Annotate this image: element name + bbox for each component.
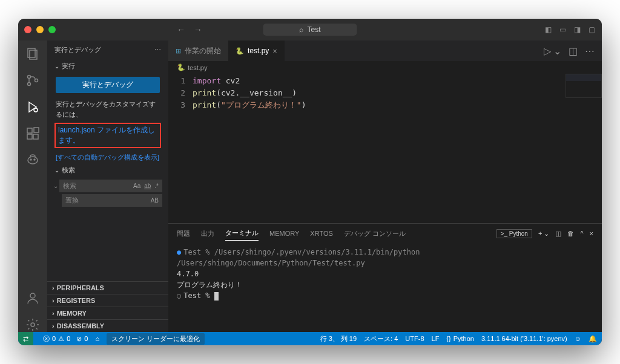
sidebar-title: 実行とデバッグ xyxy=(54,45,101,54)
feedback-icon[interactable]: ☺ xyxy=(575,334,581,343)
svg-point-12 xyxy=(34,159,35,160)
svg-point-10 xyxy=(28,157,38,164)
layout-secondary-icon[interactable]: ◨ xyxy=(573,25,581,34)
language-mode[interactable]: {} Python xyxy=(446,334,474,343)
run-file-icon[interactable]: ▷ ⌄ xyxy=(544,45,561,57)
tab-label: 作業の開始 xyxy=(185,46,221,56)
maximize-panel-icon[interactable]: ^ xyxy=(580,230,583,237)
memory-panel[interactable]: MEMORY xyxy=(47,307,168,319)
command-center[interactable]: ⌕ Test xyxy=(263,24,357,36)
svg-rect-7 xyxy=(27,134,32,139)
more-actions-icon[interactable]: ⋯ xyxy=(585,45,595,57)
customize-hint: 実行とデバッグをカスタマイズするには、 xyxy=(56,99,160,119)
panel-tabs: 問題 出力 ターミナル MEMORY XRTOS デバッグ コンソール >_ P… xyxy=(168,224,602,243)
editor-area: ⊞ 作業の開始 🐍 test.py × ▷ ⌄ ◫ ⋯ 🐍 test.py xyxy=(168,41,602,332)
sidebar: 実行とデバッグ ⋯ 実行 実行とデバッグ 実行とデバッグをカスタマイズするには、… xyxy=(47,41,168,332)
copilot-icon[interactable] xyxy=(25,153,40,167)
preserve-case-icon[interactable]: AB xyxy=(151,197,159,204)
nav-forward-icon[interactable]: → xyxy=(194,25,202,34)
layout-primary-icon[interactable]: ◧ xyxy=(544,25,552,34)
eol-status[interactable]: LF xyxy=(432,334,440,343)
sidebar-more-icon[interactable]: ⋯ xyxy=(154,46,161,54)
layout-panel-icon[interactable]: ▭ xyxy=(558,25,567,34)
terminal-content[interactable]: ●Test % /Users/shingo/.pyenv/versions/3.… xyxy=(168,243,602,332)
errors-warnings[interactable]: ⓧ0 ⚠0 ⊘0 xyxy=(43,334,88,343)
panel-tab-problems[interactable]: 問題 xyxy=(177,227,190,241)
run-debug-icon[interactable] xyxy=(25,100,40,114)
explorer-icon[interactable] xyxy=(25,47,40,61)
create-launch-json-link[interactable]: launch.json ファイルを作成します。 xyxy=(58,126,155,145)
disassembly-panel[interactable]: DISASSEMBLY xyxy=(47,319,168,332)
search-toggle-icon[interactable]: ⌄ xyxy=(53,183,58,189)
warning-icon: ⚠ xyxy=(58,335,64,343)
registers-panel[interactable]: REGISTERS xyxy=(47,294,168,307)
nav-back-icon[interactable]: ← xyxy=(177,25,185,34)
window-body: 実行とデバッグ ⋯ 実行 実行とデバッグ 実行とデバッグをカスタマイズするには、… xyxy=(18,41,602,332)
breadcrumb-file: test.py xyxy=(188,64,207,71)
cursor-position[interactable]: 行 3、 列 19 xyxy=(320,334,357,343)
line-numbers: 1 2 3 xyxy=(168,75,193,223)
search-icon: ⌕ xyxy=(299,25,303,34)
title-bar: ← → ⌕ Test ◧ ▭ ◨ ▢ xyxy=(18,19,602,41)
tab-label: test.py xyxy=(248,47,269,55)
run-section-header[interactable]: 実行 xyxy=(47,59,168,73)
minimap[interactable] xyxy=(566,74,602,98)
svg-rect-8 xyxy=(33,134,38,139)
kill-terminal-icon[interactable]: 🗑 xyxy=(567,230,574,237)
bottom-panel: 問題 出力 ターミナル MEMORY XRTOS デバッグ コンソール >_ P… xyxy=(168,223,602,332)
python-interpreter[interactable]: 3.11.1 64-bit ('3.11.1': pyenv) xyxy=(481,334,567,343)
show-all-configs-link[interactable]: [すべての自動デバッグ構成を表示] xyxy=(56,154,159,161)
peripherals-panel[interactable]: PERIPHERALS xyxy=(47,281,168,294)
breadcrumb[interactable]: 🐍 test.py xyxy=(168,61,602,74)
panel-tab-terminal[interactable]: ターミナル xyxy=(225,226,259,241)
editor-actions: ▷ ⌄ ◫ ⋯ xyxy=(544,41,602,61)
code-editor[interactable]: 1 2 3 import cv2 print(cv2.__version__) … xyxy=(168,74,602,223)
close-panel-icon[interactable]: × xyxy=(590,230,593,237)
regex-icon[interactable]: .* xyxy=(154,183,159,189)
panel-tab-output[interactable]: 出力 xyxy=(201,227,214,241)
panel-tab-memory[interactable]: MEMORY xyxy=(269,227,299,239)
settings-gear-icon[interactable] xyxy=(25,317,40,332)
terminal-cursor xyxy=(214,292,219,301)
match-case-icon[interactable]: Aa xyxy=(133,183,140,189)
tab-test-py[interactable]: 🐍 test.py × xyxy=(228,41,285,61)
account-icon[interactable] xyxy=(25,291,40,305)
svg-point-14 xyxy=(31,323,35,327)
port-icon: ⊘ xyxy=(76,335,82,343)
home-icon[interactable]: ⌂ xyxy=(95,335,99,342)
highlight-box: launch.json ファイルを作成します。 xyxy=(54,123,161,148)
replace-input[interactable]: 置換 AB xyxy=(62,194,162,207)
maximize-window-button[interactable] xyxy=(48,26,56,33)
error-icon: ⓧ xyxy=(43,334,50,343)
notifications-icon[interactable]: 🔔 xyxy=(589,334,597,343)
svg-point-3 xyxy=(28,83,31,86)
extensions-icon[interactable] xyxy=(25,126,40,141)
panel-tab-xrtos[interactable]: XRTOS xyxy=(310,227,333,239)
indent-status[interactable]: スペース: 4 xyxy=(364,334,398,343)
split-terminal-icon[interactable]: ◫ xyxy=(555,230,561,238)
close-window-button[interactable] xyxy=(24,26,31,33)
layout-customize-icon[interactable]: ▢ xyxy=(587,25,596,34)
search-section-header[interactable]: 検索 xyxy=(47,163,168,177)
svg-point-13 xyxy=(30,293,35,298)
run-and-debug-button[interactable]: 実行とデバッグ xyxy=(56,77,160,93)
source-control-icon[interactable] xyxy=(25,73,40,88)
editor-tabs: ⊞ 作業の開始 🐍 test.py × ▷ ⌄ ◫ ⋯ xyxy=(168,41,602,61)
close-tab-icon[interactable]: × xyxy=(272,47,277,56)
replace-placeholder: 置換 xyxy=(65,196,79,205)
code-content[interactable]: import cv2 print(cv2.__version__) print(… xyxy=(193,75,602,223)
minimize-window-button[interactable] xyxy=(36,26,44,33)
new-terminal-icon[interactable]: + ⌄ xyxy=(538,230,549,238)
encoding-status[interactable]: UTF-8 xyxy=(405,334,424,343)
python-file-icon: 🐍 xyxy=(177,63,185,71)
remote-indicator[interactable]: ⇄ xyxy=(18,332,33,345)
traffic-lights xyxy=(24,26,56,33)
terminal-shell-label[interactable]: >_ Python xyxy=(496,229,532,238)
whole-word-icon[interactable]: ab xyxy=(144,183,151,189)
python-file-icon: 🐍 xyxy=(236,47,244,55)
panel-tab-debug-console[interactable]: デバッグ コンソール xyxy=(344,227,406,241)
screen-reader-status[interactable]: スクリーン リーダーに最適化 xyxy=(107,333,205,345)
tab-welcome[interactable]: ⊞ 作業の開始 xyxy=(168,41,228,61)
split-editor-icon[interactable]: ◫ xyxy=(569,45,578,57)
search-input[interactable]: 検索 Aa ab .* xyxy=(59,180,162,192)
